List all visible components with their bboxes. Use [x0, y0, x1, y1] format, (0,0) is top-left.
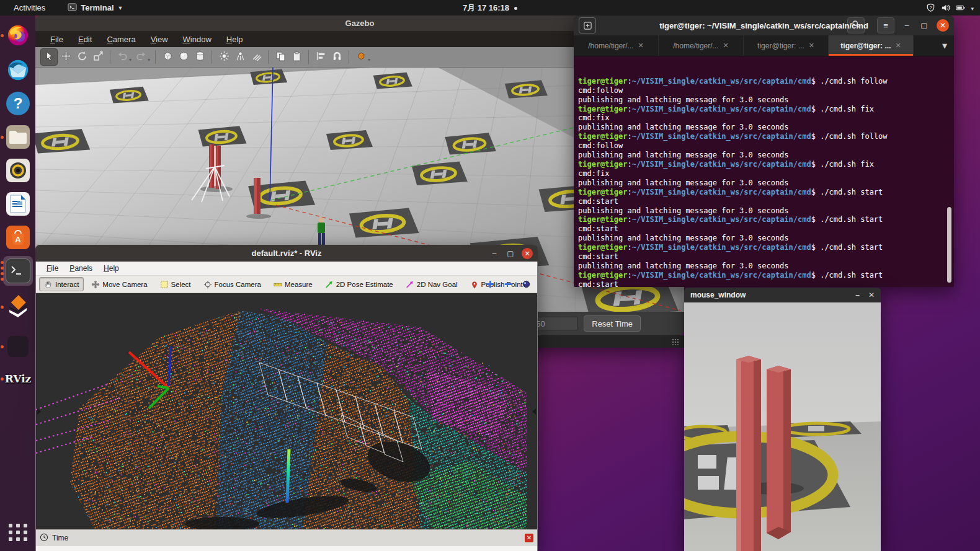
chevron-down-icon[interactable]: ▾	[368, 57, 370, 63]
terminal-output-line: publishing and latching message for 3.0 …	[578, 262, 954, 271]
gazebo-menu-file[interactable]: File	[44, 35, 69, 44]
2d-nav-goal-tool[interactable]: 2D Nav Goal	[401, 277, 463, 291]
paste-button[interactable]	[288, 49, 305, 65]
tab-close-icon[interactable]: ✕	[638, 42, 644, 50]
dock-item-terminal[interactable]	[3, 256, 33, 286]
box-button[interactable]	[159, 49, 176, 65]
reset-time-button[interactable]: Reset Time	[584, 315, 641, 332]
panel-collapse-handle-right[interactable]	[532, 408, 536, 415]
mouse-window: mouse_window – ✕	[684, 288, 881, 551]
activities-button[interactable]: Activities	[9, 3, 50, 12]
dock-item-thunderbird[interactable]	[3, 55, 33, 85]
gazebo-menu-help[interactable]: Help	[220, 35, 249, 44]
redo-button[interactable]	[133, 49, 149, 65]
dock-item-libreoffice-writer[interactable]	[3, 189, 33, 219]
tool-plus-button[interactable]	[486, 280, 495, 289]
gazebo-window-title: Gazebo	[345, 19, 375, 28]
spot-light-button[interactable]	[232, 49, 248, 65]
translate-button[interactable]	[58, 49, 74, 65]
sphere-button[interactable]	[176, 49, 192, 65]
rviz-menu-panels[interactable]: Panels	[64, 264, 98, 273]
undo-button[interactable]	[114, 49, 130, 65]
cylinder-button[interactable]	[192, 49, 208, 65]
terminal-prompt-line: tiger@tiger:~/VISIM_single/catkin_ws/src…	[578, 271, 954, 280]
gazebo-menu-view[interactable]: View	[145, 35, 174, 44]
dock-item-rhythmbox[interactable]	[3, 156, 33, 185]
view-cube-button[interactable]	[353, 49, 369, 65]
terminal-tab-4[interactable]: tiger@tiger: ...✕	[829, 35, 914, 56]
tab-close-icon[interactable]: ✕	[723, 42, 729, 50]
tab-close-icon[interactable]: ✕	[809, 42, 814, 50]
move-camera-tool[interactable]: Move Camera	[86, 277, 152, 291]
dock-item-unknown-app[interactable]	[3, 332, 33, 361]
search-button[interactable]	[847, 17, 865, 33]
close-button[interactable]: ✕	[522, 248, 533, 259]
gazebo-menu-edit[interactable]: Edit	[72, 35, 98, 44]
system-status-area[interactable]: ?▾	[926, 0, 974, 15]
2d-pose-estimate-tool[interactable]: 2D Pose Estimate	[320, 277, 398, 291]
focus-camera-tool[interactable]: Focus Camera	[198, 277, 266, 291]
measure-tool[interactable]: Measure	[269, 277, 318, 291]
mouse-window-titlebar[interactable]: mouse_window – ✕	[684, 288, 881, 302]
chevron-down-icon[interactable]: ▾	[148, 57, 150, 63]
app-menu-label: Terminal	[81, 3, 114, 12]
maximize-button[interactable]: ▢	[919, 20, 929, 30]
dock-item-gazebo[interactable]	[3, 292, 33, 322]
time-panel-close-button[interactable]: ✕	[525, 534, 533, 542]
gazebo-menu-camera[interactable]: Camera	[100, 35, 141, 44]
terminal-tab-2[interactable]: /home/tiger/...✕	[659, 35, 744, 56]
clock[interactable]: 7月 17 16:18	[0, 2, 980, 14]
app-menu[interactable]: Terminal ▼	[68, 2, 123, 14]
terminal-output-line: cmd:follow	[578, 141, 954, 151]
rviz-menu-help[interactable]: Help	[98, 264, 125, 273]
copy-button[interactable]	[272, 49, 288, 65]
toolbar-separator	[268, 50, 269, 64]
terminal-tab-1[interactable]: /home/tiger/...✕	[574, 35, 659, 56]
rviz-titlebar[interactable]: default.rviz* - RViz – ▢ ✕	[35, 245, 538, 262]
rviz-menu-file[interactable]: File	[41, 264, 64, 273]
scale-button[interactable]	[90, 49, 106, 65]
terminal-tab-3[interactable]: tiger@tiger: ...✕	[744, 35, 829, 56]
new-tab-button[interactable]	[579, 17, 596, 33]
close-button[interactable]: ✕	[868, 291, 875, 299]
terminal-scrollbar[interactable]	[947, 207, 951, 283]
tab-list-button[interactable]: ▾	[935, 35, 954, 56]
dock-item-rviz[interactable]: RViz	[3, 364, 33, 394]
terminal-titlebar[interactable]: tiger@tiger: ~/VISIM_single/catkin_ws/sr…	[574, 15, 954, 35]
mouse-window-viewport[interactable]	[684, 302, 881, 551]
chevron-down-icon[interactable]: ▾	[129, 57, 131, 63]
minimize-button[interactable]: –	[489, 249, 499, 258]
select-arrow-button[interactable]	[40, 48, 58, 66]
minimize-button[interactable]: –	[855, 291, 860, 299]
menu-button[interactable]: ≡	[877, 17, 894, 33]
align-button[interactable]	[313, 49, 329, 65]
redo-icon	[136, 51, 146, 64]
resize-grip-icon[interactable]	[672, 338, 679, 345]
terminal-output-line: publishing and latching message for 3.0 …	[578, 179, 954, 188]
tool-properties-button[interactable]	[522, 280, 531, 289]
dock-item-ubuntu-software[interactable]: A	[3, 223, 33, 252]
select-tool[interactable]: Select	[155, 277, 196, 291]
pointcloud-canvas[interactable]	[36, 293, 527, 529]
terminal-output-line: publishing and latching message for 3.0 …	[578, 95, 954, 105]
terminal-prompt-line: tiger@tiger:~/VISIM_single/catkin_ws/src…	[578, 132, 954, 141]
snap-button[interactable]	[329, 49, 345, 65]
dock-item-firefox[interactable]	[3, 20, 33, 50]
dock-item-help[interactable]: ?	[3, 89, 33, 118]
tab-close-icon[interactable]: ✕	[895, 42, 901, 50]
interact-tool[interactable]: Interact	[39, 277, 84, 291]
rviz-3d-viewport[interactable]	[36, 293, 537, 529]
close-button[interactable]: ✕	[937, 19, 949, 32]
point-light-button[interactable]	[216, 49, 232, 65]
minimize-button[interactable]: –	[902, 20, 912, 30]
panel-collapse-handle-left[interactable]	[37, 408, 41, 415]
directional-light-button[interactable]	[248, 49, 264, 65]
dock-item-app-grid[interactable]	[3, 518, 33, 547]
rotate-button[interactable]	[74, 49, 90, 65]
tool-minus-button[interactable]	[504, 280, 513, 289]
gazebo-menu-window[interactable]: Window	[177, 35, 218, 44]
dock-item-files[interactable]	[3, 122, 33, 152]
time-panel-header[interactable]: Time ✕	[36, 529, 537, 546]
terminal-output[interactable]: tiger@tiger:~/VISIM_single/catkin_ws/src…	[574, 56, 954, 289]
maximize-button[interactable]: ▢	[506, 249, 515, 258]
